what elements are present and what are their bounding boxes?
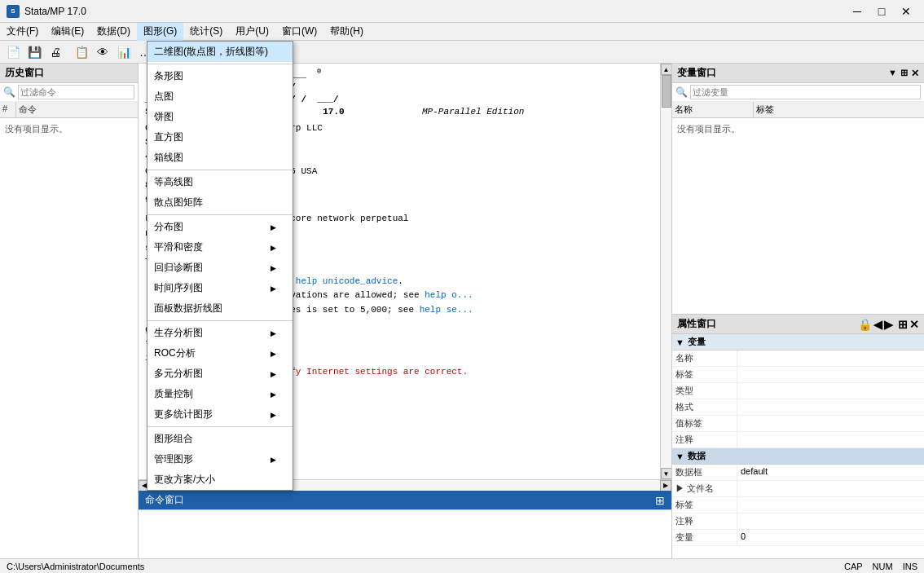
- titlebar-controls: ─ □ ✕: [846, 3, 917, 20]
- cmd-window-header: 命令窗口 ⊞: [139, 491, 671, 509]
- properties-title: 属性窗口: [677, 317, 716, 331]
- props-value-format[interactable]: [737, 399, 924, 415]
- props-label-name: 名称: [672, 350, 737, 366]
- statusbar-cap: CAP: [844, 562, 863, 571]
- cmd-input-area[interactable]: [139, 509, 671, 558]
- props-next-icon[interactable]: ▶: [884, 318, 893, 331]
- dd-timeseries[interactable]: 时间序列图: [147, 278, 293, 298]
- dd-combine[interactable]: 图形组合: [147, 429, 293, 449]
- history-search-input[interactable]: [18, 85, 134, 99]
- dd-contour[interactable]: 等高线图: [147, 172, 293, 192]
- dd-sep-5: [147, 426, 293, 427]
- edition-info: MP-Parallel Edition: [422, 107, 653, 117]
- props-data-label: 数据: [688, 450, 706, 462]
- dd-roc[interactable]: ROC分析: [147, 343, 293, 364]
- menu-edit[interactable]: 编辑(E): [45, 23, 90, 41]
- scroll-down-arrow[interactable]: ▼: [661, 468, 672, 479]
- dd-more[interactable]: 更多统计图形: [147, 404, 293, 425]
- toolbar-print[interactable]: 🖨: [46, 43, 65, 61]
- vars-pin-icon[interactable]: ⊞: [900, 68, 908, 79]
- variables-panel-header: 变量窗口 ▼ ⊞ ✕: [672, 64, 924, 83]
- props-value-datalabel[interactable]: [737, 497, 924, 513]
- props-value-name[interactable]: [737, 350, 924, 366]
- props-value-datavars: 0: [737, 530, 924, 545]
- history-header: 历史窗口: [0, 64, 138, 83]
- properties-content: ▼ 变量 名称 标签 类型 格式: [672, 334, 924, 558]
- vars-close-icon[interactable]: ✕: [911, 68, 919, 79]
- menubar: 文件(F) 编辑(E) 数据(D) 图形(G) 统计(S) 用户(U) 窗口(W…: [0, 23, 924, 41]
- history-col-cmd: 命令: [16, 102, 138, 117]
- dd-pie[interactable]: 饼图: [147, 107, 293, 127]
- variables-header-icons: ▼ ⊞ ✕: [888, 68, 919, 79]
- dd-distribution[interactable]: 分布图: [147, 217, 293, 237]
- dd-scheme[interactable]: 更改方案/大小: [147, 469, 293, 490]
- props-data-section: ▼ 数据: [672, 448, 924, 465]
- vars-link[interactable]: help se...: [420, 305, 473, 315]
- props-value-type[interactable]: [737, 383, 924, 399]
- dd-multivariate[interactable]: 多元分析图: [147, 364, 293, 384]
- dd-regression[interactable]: 回归诊断图: [147, 258, 293, 278]
- dd-twoway[interactable]: 二维图(散点图，折线图等): [147, 42, 293, 62]
- props-label-datalabel: 标签: [672, 497, 737, 513]
- variables-search-input[interactable]: [690, 85, 921, 99]
- props-value-valuelabel[interactable]: [737, 416, 924, 431]
- menu-help[interactable]: 帮助(H): [323, 23, 370, 41]
- dd-manage[interactable]: 管理图形: [147, 449, 293, 469]
- dd-sep-3: [147, 214, 293, 215]
- hscroll-right-arrow[interactable]: ▶: [660, 480, 671, 491]
- dd-histogram[interactable]: 直方图: [147, 127, 293, 148]
- menu-window[interactable]: 窗口(W): [275, 23, 323, 41]
- props-prev-icon[interactable]: ◀: [873, 318, 882, 331]
- vars-filter-icon[interactable]: ▼: [888, 68, 897, 79]
- menu-users[interactable]: 用户(U): [229, 23, 275, 41]
- dd-box[interactable]: 箱线图: [147, 148, 293, 168]
- scroll-track[interactable]: [661, 75, 672, 468]
- history-search-bar: 🔍: [0, 83, 138, 102]
- toolbar-data-editor[interactable]: 📊: [114, 43, 134, 61]
- dd-bar[interactable]: 条形图: [147, 66, 293, 86]
- scroll-thumb[interactable]: [662, 75, 671, 108]
- results-vscrollbar[interactable]: ▲ ▼: [660, 64, 671, 479]
- vars-col-label: 标签: [754, 102, 924, 117]
- statusbar-path: C:\Users\Administrator\Documents: [7, 562, 144, 571]
- dd-dot[interactable]: 点图: [147, 86, 293, 107]
- close-button[interactable]: ✕: [895, 3, 917, 20]
- menu-stats[interactable]: 统计(S): [183, 23, 229, 41]
- dd-panel[interactable]: 面板数据折线图: [147, 298, 293, 319]
- dd-matrix[interactable]: 散点图矩阵: [147, 192, 293, 213]
- maximize-button[interactable]: □: [870, 3, 893, 20]
- cmd-pin-icon[interactable]: ⊞: [655, 494, 665, 507]
- dd-quality[interactable]: 质量控制: [147, 384, 293, 404]
- menu-graphs[interactable]: 图形(G): [137, 23, 183, 41]
- toolbar-graph[interactable]: 👁: [93, 43, 112, 61]
- props-row-datavars: 变量 0: [672, 530, 924, 546]
- props-value-notes[interactable]: [737, 432, 924, 447]
- properties-panel-header: 属性窗口 🔒 ◀ ▶ ⊞ ✕: [672, 315, 924, 334]
- props-value-filename[interactable]: [737, 481, 924, 496]
- props-pin-icon[interactable]: ⊞: [898, 318, 908, 331]
- props-value-biaoqian[interactable]: [737, 367, 924, 382]
- props-value-dataframe: default: [737, 465, 924, 480]
- dd-smooth[interactable]: 平滑和密度: [147, 237, 293, 258]
- search-icon: 🔍: [3, 86, 15, 98]
- toolbar-new[interactable]: 📄: [3, 43, 23, 61]
- props-lock-icon[interactable]: 🔒: [858, 318, 872, 331]
- scroll-up-arrow[interactable]: ▲: [661, 64, 672, 75]
- dd-survival[interactable]: 生存分析图: [147, 323, 293, 343]
- toolbar-viewer[interactable]: 📋: [72, 43, 91, 61]
- menu-data[interactable]: 数据(D): [90, 23, 137, 41]
- toolbar-save[interactable]: 💾: [24, 43, 44, 61]
- variables-table-header: 名称 标签: [672, 102, 924, 118]
- obs-link[interactable]: help o...: [425, 290, 473, 300]
- minimize-button[interactable]: ─: [846, 3, 869, 20]
- props-row-type: 类型: [672, 383, 924, 399]
- titlebar-left: S Stata/MP 17.0: [7, 5, 86, 18]
- statusbar: C:\Users\Administrator\Documents CAP NUM…: [0, 558, 924, 573]
- props-close-icon[interactable]: ✕: [909, 318, 919, 331]
- toolbar: 📄 💾 🖨 📋 👁 📊 …: [0, 41, 924, 64]
- menu-file[interactable]: 文件(F): [0, 23, 45, 41]
- props-value-datanotes[interactable]: [737, 513, 924, 529]
- unicode-link[interactable]: help unicode_advice: [296, 276, 398, 286]
- props-row-datalabel: 标签: [672, 497, 924, 513]
- dd-sep-1: [147, 64, 293, 64]
